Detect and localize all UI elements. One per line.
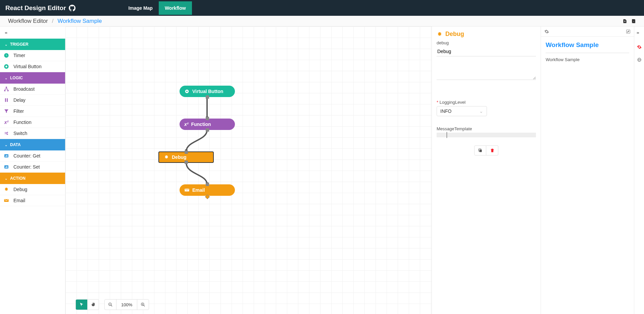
properties-title-text: Debug bbox=[445, 31, 464, 38]
delete-button[interactable] bbox=[486, 145, 498, 155]
chevron-down-icon: ⌄ bbox=[5, 76, 7, 80]
node-virtual-button[interactable]: Virtual Button bbox=[180, 86, 235, 97]
upload-icon[interactable] bbox=[631, 19, 636, 24]
palette-filter[interactable]: Filter bbox=[0, 106, 65, 117]
right-side-tabs bbox=[634, 27, 644, 314]
category-logic-label: LOGIC bbox=[10, 76, 23, 80]
workflow-canvas[interactable]: Virtual Button x² Function Debug Email bbox=[65, 27, 432, 314]
tab-image-map[interactable]: Image Map bbox=[122, 1, 159, 15]
node-email[interactable]: Email bbox=[180, 184, 235, 196]
palette-item-label: Counter: Set bbox=[13, 164, 40, 170]
header-tabs: Image Map Workflow bbox=[122, 1, 192, 15]
node-debug[interactable]: Debug bbox=[158, 151, 214, 163]
breadcrumb-root[interactable]: Workflow Editor bbox=[8, 18, 48, 25]
edit-icon[interactable] bbox=[626, 29, 631, 34]
category-trigger[interactable]: ⌄ TRIGGER bbox=[0, 39, 65, 50]
gear-icon[interactable] bbox=[637, 45, 642, 49]
output-port[interactable] bbox=[205, 194, 209, 199]
output-port[interactable] bbox=[206, 128, 209, 132]
properties-title: Debug bbox=[437, 31, 536, 38]
envelope-icon bbox=[184, 187, 190, 193]
palette-item-label: Filter bbox=[13, 108, 24, 114]
input-port[interactable] bbox=[185, 150, 188, 154]
palette-item-label: Broadcast bbox=[13, 86, 35, 92]
breadcrumb-separator: / bbox=[52, 18, 54, 25]
clone-button[interactable] bbox=[474, 145, 486, 155]
workflow-title: Workflow Sample bbox=[546, 41, 629, 49]
collapse-left-icon[interactable] bbox=[1, 28, 11, 38]
svg-point-14 bbox=[186, 91, 188, 92]
palette-counter-set[interactable]: Counter: Set bbox=[0, 162, 65, 173]
gear-icon[interactable] bbox=[544, 29, 549, 34]
type-label: debug bbox=[437, 40, 536, 45]
message-template-input[interactable] bbox=[437, 133, 536, 137]
description-textarea[interactable] bbox=[437, 56, 536, 80]
category-data[interactable]: ⌄ DATA bbox=[0, 139, 65, 150]
palette-switch[interactable]: Switch bbox=[0, 128, 65, 139]
message-template-label: MessageTemplate bbox=[437, 126, 536, 131]
bug-icon bbox=[437, 31, 443, 37]
bug-icon bbox=[3, 187, 9, 192]
grab-tool[interactable] bbox=[87, 300, 99, 310]
breadcrumb-actions bbox=[623, 19, 636, 24]
palette-item-label: Switch bbox=[13, 131, 27, 136]
filter-icon bbox=[3, 108, 9, 114]
zoom-out-button[interactable] bbox=[105, 300, 116, 310]
svg-rect-22 bbox=[480, 150, 482, 152]
node-label: Debug bbox=[172, 154, 187, 160]
tab-workflow[interactable]: Workflow bbox=[159, 1, 192, 15]
pointer-tool[interactable] bbox=[76, 300, 87, 310]
palette-debug[interactable]: Debug bbox=[0, 184, 65, 195]
palette-function[interactable]: x² Function bbox=[0, 117, 65, 128]
pause-icon bbox=[3, 97, 9, 103]
output-port[interactable] bbox=[185, 161, 188, 164]
chevron-down-icon: ⌄ bbox=[5, 43, 7, 46]
output-port[interactable] bbox=[206, 95, 209, 99]
category-action[interactable]: ⌄ ACTION bbox=[0, 173, 65, 184]
image-icon bbox=[3, 153, 9, 159]
logging-level-select[interactable]: INFO ⌄ bbox=[437, 106, 487, 116]
palette-item-label: Function bbox=[13, 120, 32, 125]
bug-icon bbox=[164, 154, 169, 160]
github-icon[interactable] bbox=[69, 5, 76, 11]
palette-item-label: Virtual Button bbox=[13, 64, 42, 69]
svg-line-16 bbox=[111, 305, 112, 307]
palette-email[interactable]: Email bbox=[0, 195, 65, 206]
palette-item-label: Timer bbox=[13, 53, 25, 58]
workflow-description: Workflow Sample bbox=[546, 57, 629, 62]
collapse-right-icon[interactable] bbox=[633, 28, 643, 38]
name-input[interactable] bbox=[437, 47, 536, 56]
properties-panel: Debug debug LoggingLevel INFO ⌄ MessageT… bbox=[432, 27, 541, 314]
chevron-down-icon: ⌄ bbox=[479, 108, 483, 114]
palette-timer[interactable]: Timer bbox=[0, 50, 65, 61]
app-header: React Design Editor Image Map Workflow bbox=[0, 0, 644, 16]
svg-rect-3 bbox=[6, 87, 7, 88]
palette-broadcast[interactable]: Broadcast bbox=[0, 84, 65, 95]
svg-line-19 bbox=[144, 305, 145, 307]
globe-icon[interactable] bbox=[637, 57, 642, 62]
download-icon[interactable] bbox=[623, 19, 627, 24]
svg-rect-6 bbox=[5, 98, 6, 102]
palette-virtual-button[interactable]: Virtual Button bbox=[0, 61, 65, 72]
breadcrumb-current[interactable]: Workflow Sample bbox=[57, 18, 102, 25]
chevron-down-icon: ⌄ bbox=[5, 143, 7, 147]
input-port[interactable] bbox=[206, 183, 209, 186]
fx-icon: x² bbox=[3, 120, 9, 125]
svg-point-2 bbox=[5, 65, 7, 67]
palette-counter-get[interactable]: Counter: Get bbox=[0, 150, 65, 162]
breadcrumb: Workflow Editor / Workflow Sample bbox=[0, 16, 644, 27]
fx-icon: x² bbox=[184, 122, 188, 127]
category-logic[interactable]: ⌄ LOGIC bbox=[0, 72, 65, 84]
zoom-in-button[interactable] bbox=[137, 300, 149, 310]
palette-delay[interactable]: Delay bbox=[0, 95, 65, 106]
palette-item-label: Delay bbox=[13, 97, 26, 103]
node-function[interactable]: x² Function bbox=[180, 119, 235, 130]
app-title-text: React Design Editor bbox=[5, 4, 66, 12]
input-port[interactable] bbox=[206, 117, 209, 120]
chevron-down-icon: ⌄ bbox=[5, 177, 7, 180]
select-value: INFO bbox=[440, 108, 451, 114]
connection-lines bbox=[65, 27, 432, 314]
svg-rect-5 bbox=[7, 90, 9, 91]
clock-icon bbox=[3, 53, 9, 58]
app-title: React Design Editor bbox=[5, 4, 76, 12]
